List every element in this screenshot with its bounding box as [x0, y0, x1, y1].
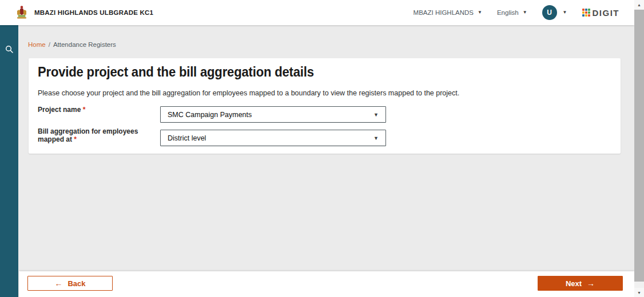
state-emblem-icon [15, 5, 28, 20]
language-selector[interactable]: English ▼ [497, 9, 527, 16]
language-selector-label: English [497, 9, 519, 16]
chevron-down-icon: ▼ [523, 10, 527, 15]
breadcrumb-separator: / [49, 41, 50, 48]
back-button[interactable]: ← Back [27, 276, 113, 291]
left-sidebar [0, 25, 18, 297]
city-selector[interactable]: MBAZI HIGHLANDS ▼ [414, 9, 482, 16]
digit-logo: DIGIT [582, 8, 620, 18]
bill-aggregation-value: District level [168, 134, 206, 142]
breadcrumb: Home/Attendance Registers [28, 41, 116, 48]
header-right-group: MBAZI HIGHLANDS ▼ English ▼ U ▼ DIGIT [414, 5, 634, 20]
scroll-down-icon[interactable]: ▼ [634, 288, 644, 297]
tenant-title: MBAZI HIGHLANDS ULBGRADE KC1 [34, 9, 153, 16]
right-arrow-icon: → [587, 279, 595, 288]
project-name-dropdown[interactable]: SMC Campaign Payments ▼ [160, 106, 386, 123]
next-button-label: Next [566, 279, 582, 288]
page-title: Provide project and the bill aggregation… [38, 65, 314, 80]
required-asterisk: * [83, 106, 86, 114]
vertical-scrollbar[interactable]: ▲ ▼ [634, 0, 644, 297]
left-arrow-icon: ← [54, 279, 62, 288]
scrollbar-thumb[interactable] [634, 10, 644, 282]
project-name-label: Project name * [38, 106, 155, 114]
bottom-action-bar: ← Back Next → [19, 271, 634, 297]
chevron-down-icon: ▼ [563, 10, 567, 15]
next-button[interactable]: Next → [538, 276, 623, 291]
back-button-label: Back [67, 279, 85, 288]
project-details-card: Provide project and the bill aggregation… [29, 58, 621, 154]
avatar[interactable]: U [542, 5, 557, 20]
chevron-down-icon: ▼ [373, 135, 379, 141]
scroll-up-icon[interactable]: ▲ [634, 0, 644, 9]
required-asterisk: * [74, 135, 77, 143]
chevron-down-icon: ▼ [373, 112, 379, 118]
breadcrumb-current: Attendance Registers [53, 41, 116, 48]
project-name-value: SMC Campaign Payments [168, 111, 252, 119]
user-menu[interactable]: U ▼ [542, 5, 567, 20]
bill-aggregation-dropdown[interactable]: District level ▼ [160, 130, 386, 146]
bill-aggregation-label: Bill aggregation for employees mapped at… [38, 127, 155, 143]
chevron-down-icon: ▼ [478, 10, 482, 15]
page-description: Please choose your project and the bill … [38, 89, 459, 97]
breadcrumb-home-link[interactable]: Home [28, 41, 46, 48]
city-selector-label: MBAZI HIGHLANDS [414, 9, 474, 16]
top-header: MBAZI HIGHLANDS ULBGRADE KC1 MBAZI HIGHL… [0, 0, 634, 25]
search-icon[interactable] [5, 45, 14, 54]
digit-logo-text: DIGIT [593, 8, 620, 18]
digit-logo-dots-icon [582, 9, 590, 17]
